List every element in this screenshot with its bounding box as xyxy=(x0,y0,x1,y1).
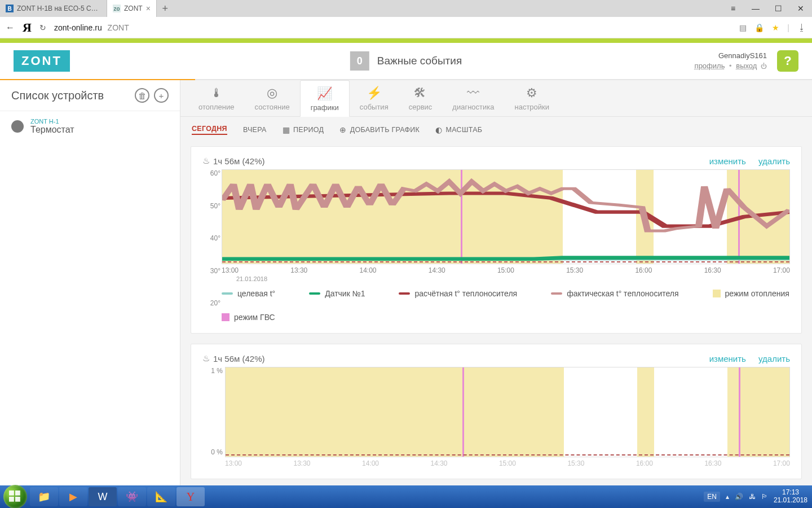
username: GennadiyS161 xyxy=(695,51,767,61)
reload-button[interactable]: ↻ xyxy=(39,23,46,32)
browser-tab-strip: B ZONT H-1B на ECO-5 Comp zo ZONT × + ≡ … xyxy=(0,0,812,17)
x-axis-date: 21.01.2018 xyxy=(236,275,790,282)
app-header: ZONT 0 Важные события GennadiyS161 профи… xyxy=(0,43,812,79)
downloads-icon[interactable]: ⭳ xyxy=(797,23,806,33)
x-axis: 13:00 13:30 14:00 14:30 15:00 15:30 16:0… xyxy=(222,264,790,274)
flame-icon: ♨ xyxy=(202,353,210,364)
logout-link[interactable]: выход xyxy=(736,62,757,70)
minimize-button[interactable]: — xyxy=(744,0,767,17)
close-icon[interactable]: × xyxy=(146,4,151,13)
thermometer-icon: 🌡 xyxy=(198,86,235,100)
sidebar-header: Список устройств 🗑 + xyxy=(0,80,180,111)
legend-item[interactable]: Датчик №1 xyxy=(309,289,365,298)
app-body: Список устройств 🗑 + ZONT H-1 Термостат … xyxy=(0,80,812,485)
tab-label: диагностика xyxy=(452,103,494,111)
accent-bar xyxy=(0,38,812,43)
edit-chart-link[interactable]: изменить xyxy=(709,156,746,166)
legend-item[interactable]: целевая t° xyxy=(222,289,275,298)
chart-card: ♨ 1ч 56м (42%) изменить удалить 1 % 0 % xyxy=(191,344,802,479)
gear-icon: ⚙ xyxy=(514,86,549,100)
url-field[interactable]: zont-online.ru ZONT xyxy=(54,23,731,32)
subtab-today[interactable]: СЕГОДНЯ xyxy=(192,125,227,135)
tab-label: отопление xyxy=(198,103,235,111)
help-button[interactable]: ? xyxy=(777,50,798,72)
bookmark-star-icon[interactable]: ★ xyxy=(772,23,779,32)
user-block: GennadiyS161 профиль • выход ⏻ xyxy=(695,51,767,71)
tab-label: состояние xyxy=(255,103,290,111)
sidebar: Список устройств 🗑 + ZONT H-1 Термостат xyxy=(0,80,180,485)
tab-label: сервис xyxy=(409,103,433,111)
tab-label: графики xyxy=(311,103,339,112)
new-tab-button[interactable]: + xyxy=(157,0,174,17)
wrench-icon: 🛠 xyxy=(409,86,433,100)
tab-service[interactable]: 🛠сервис xyxy=(399,80,443,116)
profile-link[interactable]: профиль xyxy=(695,62,725,70)
flame-icon: ♨ xyxy=(202,156,210,166)
delete-device-button[interactable]: 🗑 xyxy=(135,88,149,103)
events-label: Важные события xyxy=(377,55,462,67)
tab-settings[interactable]: ⚙настройки xyxy=(504,80,559,116)
menu-icon[interactable]: ≡ xyxy=(722,0,744,17)
events-count-badge[interactable]: 0 xyxy=(350,51,369,71)
tray-language[interactable]: EN xyxy=(704,492,720,502)
taskbar-app[interactable]: 👾 xyxy=(118,487,146,506)
lock-icon[interactable]: 🔒 xyxy=(754,23,764,32)
tab-title: ZONT xyxy=(124,5,143,12)
plot-area[interactable] xyxy=(222,169,790,264)
scale-button[interactable]: ◐МАСШТАБ xyxy=(435,125,482,134)
legend-item[interactable]: фактическая t° теплоносителя xyxy=(551,289,678,298)
tab-events[interactable]: ⚡события xyxy=(350,80,399,116)
subtab-yesterday[interactable]: ВЧЕРА xyxy=(243,126,267,134)
power-icon: ⏻ xyxy=(761,63,767,69)
legend-item[interactable]: режим ГВС xyxy=(222,313,275,322)
maximize-button[interactable]: ☐ xyxy=(767,0,789,17)
taskbar-media[interactable]: ▶ xyxy=(59,487,87,506)
plot-area[interactable] xyxy=(225,367,790,457)
tray-clock[interactable]: 17:13 21.01.2018 xyxy=(774,489,807,505)
tray-volume-icon[interactable]: 🔊 xyxy=(735,493,743,501)
zont-logo[interactable]: ZONT xyxy=(14,50,70,72)
add-device-button[interactable]: + xyxy=(154,88,169,103)
browser-tab-active[interactable]: zo ZONT × xyxy=(107,0,157,17)
address-bar: ← Я ↻ zont-online.ru ZONT ▤ 🔒 ★ | ⭳ xyxy=(0,17,812,38)
chart-runtime: 1ч 56м (42%) xyxy=(213,354,265,364)
legend-item[interactable]: расчётная t° теплоносителя xyxy=(399,289,517,298)
tab-status[interactable]: ◎состояние xyxy=(245,80,300,116)
chart-card: ♨ 1ч 56м (42%) изменить удалить 60° 50° … xyxy=(191,146,802,334)
chart-1: 60° 50° 40° 30° 20° xyxy=(202,169,790,322)
tab-label: настройки xyxy=(514,103,549,111)
edit-chart-link[interactable]: изменить xyxy=(709,354,746,364)
tab-diagnostics[interactable]: 〰диагностика xyxy=(442,80,504,116)
y-axis: 60° 50° 40° 30° 20° xyxy=(202,169,220,307)
close-window-button[interactable]: ✕ xyxy=(789,0,812,17)
legend-item[interactable]: режим отопления xyxy=(713,289,789,298)
tab-heating[interactable]: 🌡отопление xyxy=(188,80,245,116)
device-name: Термостат xyxy=(30,125,74,135)
device-item[interactable]: ZONT H-1 Термостат xyxy=(0,111,180,142)
svg-rect-2 xyxy=(9,497,14,502)
taskbar-app[interactable]: 📐 xyxy=(147,487,175,506)
reader-icon[interactable]: ▤ xyxy=(739,23,747,32)
svg-rect-0 xyxy=(9,491,14,496)
delete-chart-link[interactable]: удалить xyxy=(758,354,790,364)
taskbar-word[interactable]: W xyxy=(89,487,117,506)
chart-icon: 📈 xyxy=(311,86,339,101)
yandex-logo[interactable]: Я xyxy=(23,20,32,35)
target-icon: ◎ xyxy=(255,86,290,100)
start-button[interactable] xyxy=(3,485,27,508)
taskbar-yandex-browser[interactable]: Y xyxy=(176,487,205,506)
back-button[interactable]: ← xyxy=(6,23,15,33)
pulse-icon: 〰 xyxy=(452,86,494,100)
tray-up-icon[interactable]: ▴ xyxy=(726,493,729,501)
chart-runtime: 1ч 56м (42%) xyxy=(213,156,265,166)
y-axis: 1 % 0 % xyxy=(202,367,223,456)
delete-chart-link[interactable]: удалить xyxy=(758,156,790,166)
tray-network-icon[interactable]: 🖧 xyxy=(749,493,756,501)
tray-flag-icon[interactable]: 🏳 xyxy=(761,493,768,501)
subtab-period[interactable]: ▦ПЕРИОД xyxy=(283,125,324,134)
browser-tab[interactable]: B ZONT H-1B на ECO-5 Comp xyxy=(0,0,107,17)
tab-charts[interactable]: 📈графики xyxy=(300,80,350,117)
taskbar-explorer[interactable]: 📁 xyxy=(30,487,58,506)
grid-icon: ▦ xyxy=(283,125,290,134)
add-chart-button[interactable]: ⊕ДОБАВИТЬ ГРАФИК xyxy=(339,125,420,134)
